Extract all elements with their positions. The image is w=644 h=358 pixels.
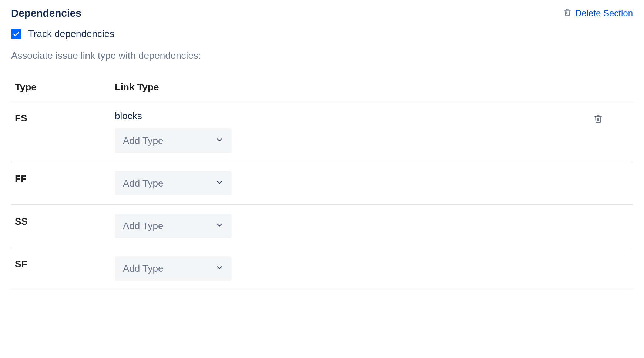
chevron-down-icon — [215, 220, 224, 232]
add-type-dropdown[interactable]: Add Type — [115, 171, 232, 195]
add-type-dropdown[interactable]: Add Type — [115, 128, 232, 153]
checkmark-icon — [13, 30, 20, 38]
table-row: SS Add Type — [11, 205, 633, 247]
associate-subtext: Associate issue link type with dependenc… — [11, 50, 633, 61]
dropdown-placeholder: Add Type — [123, 263, 163, 274]
dependency-type: FS — [11, 101, 111, 162]
trash-icon — [563, 8, 571, 19]
column-header-type: Type — [11, 76, 111, 101]
table-row: FF Add Type — [11, 162, 633, 205]
dependencies-table: Type Link Type FS blocks Add Type — [11, 76, 633, 290]
column-header-link-type: Link Type — [111, 76, 588, 101]
dependency-type: SS — [11, 205, 111, 247]
table-row: FS blocks Add Type — [11, 101, 633, 162]
section-title: Dependencies — [11, 7, 81, 19]
add-type-dropdown[interactable]: Add Type — [115, 214, 232, 238]
dropdown-placeholder: Add Type — [123, 178, 163, 189]
track-dependencies-checkbox[interactable] — [11, 29, 21, 39]
delete-section-label: Delete Section — [575, 8, 633, 19]
dropdown-placeholder: Add Type — [123, 135, 163, 147]
delete-section-button[interactable]: Delete Section — [563, 8, 633, 19]
track-dependencies-label: Track dependencies — [28, 28, 114, 40]
dependency-type: FF — [11, 162, 111, 205]
dependency-type: SF — [11, 247, 111, 290]
trash-icon — [594, 114, 603, 124]
add-type-dropdown[interactable]: Add Type — [115, 256, 232, 281]
chevron-down-icon — [215, 135, 224, 147]
delete-link-button[interactable] — [592, 113, 604, 125]
link-type-value: blocks — [115, 110, 142, 122]
table-row: SF Add Type — [11, 247, 633, 290]
dropdown-placeholder: Add Type — [123, 220, 163, 232]
chevron-down-icon — [215, 178, 224, 189]
chevron-down-icon — [215, 263, 224, 274]
